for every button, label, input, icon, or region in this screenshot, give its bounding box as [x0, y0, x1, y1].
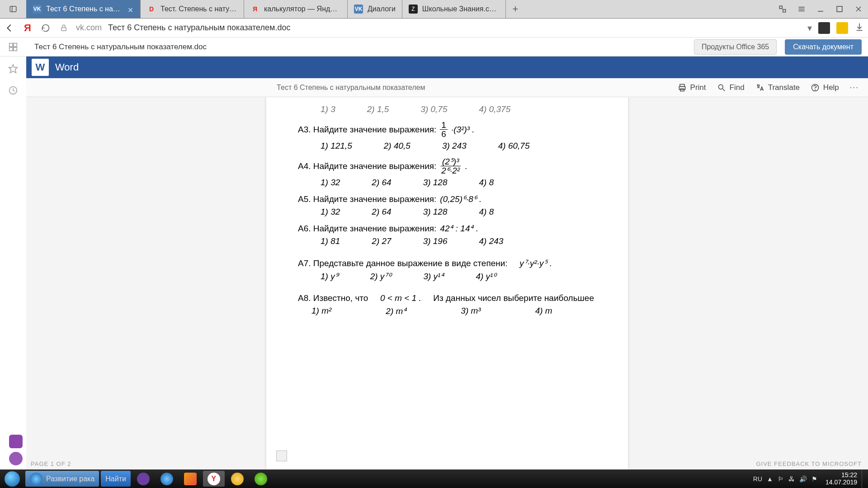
vk-icon: VK [33, 5, 42, 14]
history-icon[interactable] [7, 84, 19, 96]
side-launcher [9, 435, 23, 465]
tableau-icon[interactable] [773, 0, 792, 18]
side-icon-2[interactable] [9, 452, 23, 465]
question-a6: А6. Найдите значение выражения: 42⁴ : 14… [298, 223, 596, 234]
word-header: W Word [26, 56, 868, 78]
doc-title: Тест 6 Степень с натуральным показателем… [34, 42, 207, 52]
taskbar-item-find[interactable]: Найти [101, 471, 131, 487]
tray-volume-icon[interactable]: 🔊 [799, 475, 807, 483]
tray-action-icon[interactable]: ⚑ [811, 475, 817, 483]
address-path[interactable]: Тест 6 Степень с натуральным показателем… [108, 23, 801, 33]
a7-options: 1) y⁹ 2) y⁷⁰ 3) y¹⁴ 4) y¹⁰ [321, 271, 596, 282]
svg-point-23 [718, 84, 723, 89]
svg-rect-11 [61, 28, 66, 31]
help-button[interactable]: Help [811, 83, 839, 92]
taskbar-item-4[interactable] [156, 471, 178, 487]
svg-point-26 [815, 89, 815, 90]
print-button[interactable]: Print [678, 83, 706, 92]
tab-4[interactable]: Z Школьные Знания.com - Р [402, 0, 506, 18]
downloads-icon[interactable] [854, 22, 864, 34]
windows-icon [5, 471, 20, 487]
taskbar-item-ie[interactable]: Развитие рака [25, 471, 99, 487]
panels-icon[interactable] [7, 41, 19, 53]
yandex-home-icon[interactable]: Я [22, 22, 33, 34]
start-button[interactable] [0, 469, 24, 488]
svg-rect-3 [783, 9, 786, 12]
show-desktop-button[interactable] [862, 469, 868, 488]
svg-rect-17 [14, 47, 17, 51]
word-app-title: Word [55, 61, 79, 73]
svg-marker-18 [9, 65, 17, 73]
address-bar: Я vk.com Тест 6 Степень с натуральным по… [0, 19, 868, 38]
tab-2[interactable]: Я калькулятор — Яндекс: на [244, 0, 348, 18]
minimize-button[interactable] [811, 0, 830, 18]
extension-icon-1[interactable] [818, 22, 830, 34]
more-icon[interactable]: ··· [850, 83, 859, 92]
tab-0[interactable]: VK Тест 6 Степень с натур... ✕ [26, 0, 141, 18]
svg-rect-15 [14, 43, 17, 47]
browser-left-rail [0, 38, 26, 488]
page-marker-icon [276, 450, 287, 461]
svg-rect-2 [779, 6, 782, 9]
document-page: 1) 3 2) 1,5 3) 0,75 4) 0,375 А3. Найдите… [266, 97, 628, 469]
system-tray[interactable]: RU ▲ 🏳 🖧 🔊 ⚑ [750, 475, 821, 483]
taskbar-item-5[interactable] [179, 471, 201, 487]
tab-1[interactable]: D Тест. Степень с натуральн [141, 0, 244, 18]
lock-icon[interactable] [58, 22, 70, 34]
translate-button[interactable]: Translate [755, 83, 800, 92]
question-a8: А8. Известно, что 0 < m < 1 . Из данных … [298, 293, 596, 303]
question-a4: А4. Найдите значение выражения: (2⁵)³2⁶·… [298, 157, 596, 175]
extension-icon-2[interactable] [836, 22, 848, 34]
taskbar-item-yandex[interactable]: Y [203, 471, 225, 487]
new-tab-button[interactable]: + [506, 0, 525, 18]
feedback-link[interactable]: GIVE FEEDBACK TO MICROSOFT [756, 460, 862, 467]
office365-button[interactable]: Продукты Office 365 [694, 39, 777, 55]
word-doc-title: Тест 6 Степень с натуральным показателем [35, 84, 667, 92]
vk-doc-bar: Тест 6 Степень с натуральным показателем… [0, 38, 868, 56]
a5-options: 1) 32 2) 64 3) 128 4) 8 [321, 207, 596, 217]
tray-network-icon[interactable]: 🖧 [788, 475, 795, 483]
document-viewport[interactable]: 1) 3 2) 1,5 3) 0,75 4) 0,375 А3. Найдите… [26, 97, 868, 469]
sidebar-toggle-icon[interactable] [0, 0, 26, 18]
tab-3[interactable]: VK Диалоги [348, 0, 402, 18]
taskbar: Развитие рака Найти Y RU ▲ 🏳 🖧 🔊 ⚑ 15:22… [0, 469, 868, 488]
tray-arrow-icon[interactable]: ▲ [767, 475, 773, 483]
a2-options: 1) 3 2) 1,5 3) 0,75 4) 0,375 [321, 104, 596, 114]
question-a3: А3. Найдите значение выражения: 16 ·(3²)… [298, 121, 596, 138]
yandex-icon: Я [250, 5, 259, 14]
taskbar-clock[interactable]: 15:22 14.07.2019 [821, 472, 862, 486]
close-button[interactable] [849, 0, 868, 18]
svg-rect-0 [10, 6, 16, 12]
question-a7: А7. Представьте данное выражение в виде … [298, 258, 596, 268]
taskbar-item-7[interactable] [226, 471, 248, 487]
side-icon-1[interactable] [9, 435, 23, 448]
back-button[interactable] [4, 22, 15, 34]
vk-icon: VK [354, 5, 363, 14]
browser-tabbar: VK Тест 6 Степень с натур... ✕ D Тест. С… [0, 0, 868, 19]
star-icon[interactable] [7, 63, 19, 75]
page-info: PAGE 1 OF 2 [31, 460, 71, 467]
tray-lang[interactable]: RU [753, 475, 762, 483]
svg-rect-8 [837, 6, 842, 12]
a4-options: 1) 32 2) 64 3) 128 4) 8 [321, 178, 596, 188]
taskbar-item-8[interactable] [250, 471, 272, 487]
a3-options: 1) 121,5 2) 40,5 3) 243 4) 60,75 [321, 141, 596, 151]
maximize-button[interactable] [830, 0, 849, 18]
a6-options: 1) 81 2) 27 3) 196 4) 243 [321, 236, 596, 246]
tray-flag-icon[interactable]: 🏳 [778, 475, 784, 483]
taskbar-item-3[interactable] [132, 471, 154, 487]
ie-icon [30, 473, 42, 485]
a8-options: 1) m² 2) m⁴ 3) m³ 4) m [311, 306, 596, 316]
svg-line-24 [722, 89, 725, 91]
word-logo-icon: W [32, 59, 49, 76]
d-icon: D [147, 5, 156, 14]
menu-icon[interactable] [792, 0, 811, 18]
find-button[interactable]: Find [717, 83, 745, 92]
bookmark-icon[interactable]: ▾ [807, 23, 812, 33]
close-icon[interactable]: ✕ [127, 6, 134, 12]
address-host[interactable]: vk.com [76, 23, 102, 33]
download-doc-button[interactable]: Скачать документ [785, 39, 862, 55]
question-a5: А5. Найдите значение выражения: (0,25)⁶·… [298, 194, 596, 204]
reload-button[interactable] [40, 22, 52, 34]
svg-rect-16 [9, 47, 13, 51]
